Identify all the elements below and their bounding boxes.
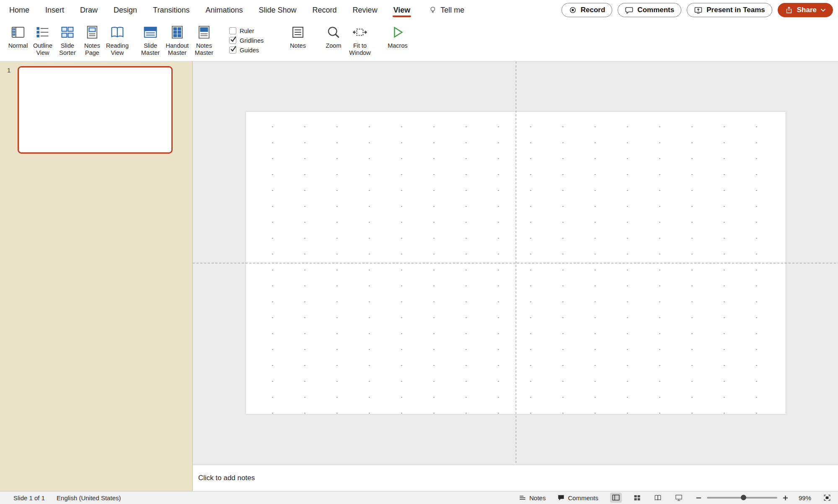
- notes-button-label: Notes: [290, 42, 306, 49]
- guides-checkbox-label: Guides: [240, 47, 259, 54]
- ruler-checkbox-label: Ruler: [240, 28, 254, 34]
- notes-master-button[interactable]: Notes Master: [192, 22, 216, 57]
- tab-draw[interactable]: Draw: [80, 0, 98, 20]
- notes-pane[interactable]: Click to add notes: [193, 465, 838, 491]
- normal-view-icon: [10, 25, 26, 40]
- notes-page-button[interactable]: Notes Page: [80, 22, 104, 57]
- tab-home[interactable]: Home: [9, 0, 29, 20]
- fit-to-window-label: Fit to Window: [346, 42, 374, 57]
- reading-view-icon: [110, 25, 125, 40]
- zoom-controls: 99%: [696, 494, 831, 501]
- tab-design[interactable]: Design: [114, 0, 137, 20]
- checkmark-icon: [230, 36, 237, 43]
- gridlines-checkbox[interactable]: Gridlines: [229, 37, 274, 44]
- lightbulb-icon: [429, 5, 437, 15]
- handout-master-button[interactable]: Handout Master: [163, 22, 191, 57]
- gridlines-checkbox-box[interactable]: [229, 37, 236, 44]
- status-normal-view-icon: [612, 494, 620, 501]
- outline-view-label: Outline View: [31, 42, 55, 57]
- tab-insert[interactable]: Insert: [45, 0, 64, 20]
- slide-thumbnail-panel: 1: [0, 62, 193, 491]
- fit-slide-icon: [823, 494, 831, 501]
- notes-page-icon: [85, 25, 100, 40]
- status-notes-toggle[interactable]: Notes: [519, 494, 546, 501]
- status-bar: Slide 1 of 1 English (United States) Not…: [0, 491, 838, 504]
- notes-page-label: Notes Page: [80, 42, 104, 57]
- horizontal-guide[interactable]: [193, 263, 838, 263]
- notes-icon: [291, 25, 305, 39]
- fit-to-window-button[interactable]: Fit to Window: [346, 22, 374, 57]
- guides-checkbox-box[interactable]: [229, 46, 236, 54]
- reading-view-button[interactable]: Reading View: [105, 22, 129, 57]
- outline-view-icon: [35, 25, 50, 40]
- canvas-area: [193, 62, 838, 465]
- notes-placeholder[interactable]: Click to add notes: [198, 474, 255, 482]
- status-notes-icon: [519, 494, 526, 501]
- comments-button[interactable]: Comments: [618, 3, 681, 17]
- macros-button[interactable]: Macros: [386, 22, 409, 49]
- tab-record[interactable]: Record: [313, 0, 337, 20]
- slide-sorter-icon: [60, 25, 75, 40]
- zoom-in-icon[interactable]: [782, 495, 789, 501]
- zoom-magnifier-icon: [326, 25, 341, 40]
- share-button-label: Share: [797, 6, 817, 14]
- outline-view-button[interactable]: Outline View: [31, 22, 55, 57]
- ribbon: Normal Outline View Slide Sorter: [0, 20, 838, 62]
- slide-sorter-label: Slide Sorter: [56, 42, 79, 57]
- guides-checkbox[interactable]: Guides: [229, 46, 274, 54]
- view-switcher: [610, 493, 685, 503]
- slide-count[interactable]: Slide 1 of 1: [13, 494, 45, 501]
- workspace: 1 Click to add notes: [0, 62, 838, 491]
- status-sorter-view-button[interactable]: [631, 493, 643, 503]
- record-dot-icon: [569, 6, 577, 14]
- present-screen-icon: [694, 6, 703, 15]
- reading-view-label: Reading View: [105, 42, 129, 57]
- status-slideshow-button[interactable]: [673, 493, 685, 503]
- tab-view[interactable]: View: [393, 0, 411, 20]
- menubar-actions: Record Comments Present in Teams: [561, 3, 833, 17]
- handout-master-icon: [170, 25, 185, 40]
- notes-button[interactable]: Notes: [286, 22, 310, 49]
- present-button-label: Present in Teams: [706, 6, 765, 14]
- language-indicator[interactable]: English (United States): [57, 494, 121, 501]
- ruler-checkbox-box[interactable]: [229, 27, 236, 34]
- record-button-label: Record: [581, 6, 605, 14]
- fit-to-window-icon: [352, 25, 367, 40]
- normal-view-label: Normal: [8, 42, 28, 49]
- slide-thumbnail[interactable]: [18, 66, 173, 154]
- zoom-out-icon[interactable]: [696, 495, 702, 501]
- notes-master-label: Notes Master: [192, 42, 216, 57]
- slide-master-button[interactable]: Slide Master: [138, 22, 163, 57]
- tab-slide-show[interactable]: Slide Show: [259, 0, 297, 20]
- status-reading-view-button[interactable]: [652, 493, 664, 503]
- fit-slide-button[interactable]: [823, 494, 831, 501]
- slide-master-label: Slide Master: [138, 42, 163, 57]
- slide-sorter-button[interactable]: Slide Sorter: [56, 22, 79, 57]
- zoom-button[interactable]: Zoom: [322, 22, 345, 49]
- status-comments-toggle[interactable]: Comments: [557, 494, 598, 501]
- present-in-teams-button[interactable]: Present in Teams: [687, 3, 772, 17]
- status-left: Slide 1 of 1 English (United States): [13, 494, 121, 501]
- zoom-slider-thumb[interactable]: [741, 495, 746, 500]
- tell-me-label: Tell me: [440, 6, 464, 15]
- show-options-group: Ruler Gridlines Guides: [229, 27, 274, 54]
- share-button[interactable]: Share: [778, 3, 833, 17]
- slide-number: 1: [7, 67, 10, 74]
- zoom-level[interactable]: 99%: [794, 494, 811, 501]
- status-normal-view-button[interactable]: [610, 493, 622, 503]
- tab-review[interactable]: Review: [353, 0, 378, 20]
- normal-view-button[interactable]: Normal: [6, 22, 30, 49]
- chevron-down-icon: [820, 8, 826, 12]
- record-button[interactable]: Record: [561, 3, 613, 17]
- ribbon-tabs: Home Insert Draw Design Transitions Anim…: [9, 0, 464, 20]
- zoom-slider[interactable]: [707, 497, 777, 499]
- macros-play-icon: [390, 25, 405, 40]
- ruler-checkbox[interactable]: Ruler: [229, 27, 274, 34]
- tell-me[interactable]: Tell me: [429, 5, 464, 15]
- status-right: Notes Comments: [519, 493, 831, 503]
- tab-animations[interactable]: Animations: [205, 0, 243, 20]
- status-sorter-view-icon: [633, 494, 641, 501]
- tab-transitions[interactable]: Transitions: [153, 0, 189, 20]
- notes-master-icon: [197, 25, 212, 40]
- menubar: Home Insert Draw Design Transitions Anim…: [0, 0, 838, 20]
